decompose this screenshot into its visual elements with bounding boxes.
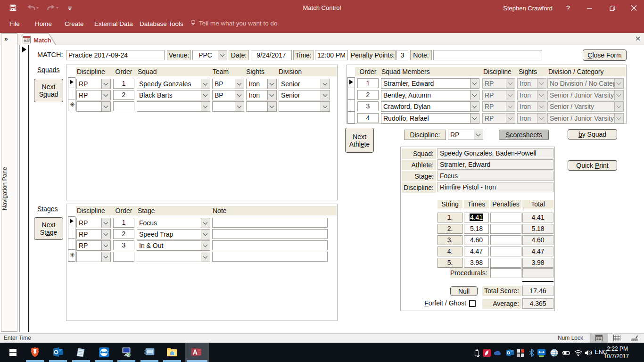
member-division-combo[interactable]: Senior / Junior Varsity bbox=[547, 90, 624, 100]
squad-division-combo-dropdown-icon[interactable] bbox=[321, 102, 330, 111]
string-penalty-input[interactable] bbox=[490, 235, 521, 245]
member-division-combo-dropdown-icon[interactable] bbox=[614, 114, 623, 123]
member-sights-combo[interactable]: Iron bbox=[517, 113, 546, 123]
squad-name-combo-dropdown-icon[interactable] bbox=[201, 90, 210, 100]
forfeit-ghost-checkbox[interactable] bbox=[469, 300, 476, 307]
member-name-combo-dropdown-icon[interactable] bbox=[470, 79, 479, 88]
close-window-button[interactable] bbox=[628, 4, 640, 12]
record-selector-cell[interactable] bbox=[68, 99, 75, 99]
quick-print-button[interactable]: Quick Print bbox=[568, 160, 617, 171]
squad-order-input[interactable] bbox=[113, 101, 134, 111]
string-penalty-input[interactable] bbox=[490, 213, 521, 222]
close-document-icon[interactable]: ✕ bbox=[634, 35, 642, 42]
member-sights-combo-dropdown-icon[interactable] bbox=[537, 79, 546, 88]
next-stage-button[interactable]: NextStage bbox=[34, 217, 63, 240]
teamviewer-tray-icon[interactable] bbox=[537, 349, 545, 357]
squad-team-combo[interactable] bbox=[212, 101, 244, 112]
member-division-combo[interactable]: Senior / Junior Varsity bbox=[547, 113, 624, 123]
snip-tray-icon[interactable] bbox=[516, 349, 524, 357]
ribbon-tab-file[interactable]: File bbox=[9, 20, 20, 27]
squad-team-combo[interactable]: BP bbox=[212, 90, 244, 100]
member-division-combo-dropdown-icon[interactable] bbox=[614, 90, 623, 100]
string-penalty-input[interactable] bbox=[490, 247, 521, 256]
member-sights-combo[interactable]: Iron bbox=[517, 101, 546, 112]
squad-name-combo-dropdown-icon[interactable] bbox=[201, 102, 210, 111]
stage-note-input[interactable] bbox=[212, 229, 328, 239]
squad-discipline-combo[interactable]: RP bbox=[76, 90, 111, 100]
stage-name-combo[interactable]: Focus bbox=[137, 218, 210, 228]
stage-discipline-combo-dropdown-icon[interactable] bbox=[101, 230, 110, 239]
stage-name-combo[interactable]: In & Out bbox=[137, 240, 210, 251]
squad-sights-combo-dropdown-icon[interactable] bbox=[267, 79, 276, 89]
squad-name-combo[interactable]: Speedy Gonzales bbox=[137, 79, 210, 89]
stage-name-combo-dropdown-icon[interactable] bbox=[201, 252, 210, 262]
stage-discipline-combo-dropdown-icon[interactable] bbox=[101, 241, 110, 250]
member-division-combo[interactable]: Senior / Varsity bbox=[547, 101, 624, 112]
string-time-input[interactable]: 5.18 bbox=[464, 224, 489, 234]
ribbon-tab-database-tools[interactable]: Database Tools bbox=[140, 20, 183, 27]
outlook-tray-icon[interactable] bbox=[506, 349, 514, 357]
next-athlete-button[interactable]: NextAthlete bbox=[345, 128, 374, 153]
stage-discipline-combo-dropdown-icon[interactable] bbox=[101, 252, 110, 262]
notepad-taskbar-icon[interactable] bbox=[76, 347, 86, 357]
member-discipline-combo-dropdown-icon[interactable] bbox=[506, 102, 515, 111]
access-taskbar-icon[interactable] bbox=[191, 347, 201, 357]
venue-combo[interactable]: PPC bbox=[192, 50, 227, 60]
squad-discipline-combo-dropdown-icon[interactable] bbox=[101, 102, 110, 111]
help-icon[interactable]: ? bbox=[565, 4, 571, 12]
record-selector-cell[interactable] bbox=[348, 99, 355, 100]
member-discipline-combo[interactable]: RP bbox=[482, 90, 515, 100]
ribbon-tab-external-data[interactable]: External Data bbox=[94, 20, 133, 27]
stage-order-input[interactable]: 2 bbox=[113, 229, 134, 239]
member-name-combo[interactable]: Bentley, Autumn bbox=[381, 90, 479, 100]
squad-team-combo[interactable]: BP bbox=[212, 79, 244, 89]
member-discipline-combo-dropdown-icon[interactable] bbox=[506, 114, 515, 123]
squad-division-combo[interactable]: Senior bbox=[279, 79, 330, 89]
stage-discipline-combo-dropdown-icon[interactable] bbox=[101, 218, 110, 228]
stage-note-input[interactable] bbox=[212, 252, 328, 262]
close-form-button[interactable]: Close Form bbox=[583, 49, 627, 61]
member-discipline-combo[interactable]: RP bbox=[482, 113, 515, 123]
ribbon-tab-create[interactable]: Create bbox=[65, 20, 84, 27]
member-discipline-combo-dropdown-icon[interactable] bbox=[506, 90, 515, 100]
squad-name-combo[interactable]: Black Barts bbox=[137, 90, 210, 100]
member-name-combo-dropdown-icon[interactable] bbox=[470, 102, 479, 111]
member-division-combo-dropdown-icon[interactable] bbox=[614, 79, 623, 88]
squad-discipline-combo-dropdown-icon[interactable] bbox=[101, 90, 110, 100]
member-sights-combo-dropdown-icon[interactable] bbox=[537, 90, 546, 100]
stage-order-input[interactable]: 3 bbox=[113, 240, 134, 250]
member-order-input[interactable]: 1 bbox=[357, 78, 379, 88]
volume-tray-icon[interactable] bbox=[585, 349, 593, 357]
member-sights-combo-dropdown-icon[interactable] bbox=[537, 114, 546, 123]
document-tab-label[interactable]: Match bbox=[33, 37, 51, 44]
member-discipline-combo[interactable]: RP bbox=[482, 101, 515, 112]
record-selector-cell[interactable] bbox=[68, 249, 75, 250]
squad-discipline-combo[interactable] bbox=[76, 101, 111, 112]
time-input[interactable]: 12:00 PM bbox=[315, 50, 348, 60]
squad-division-combo[interactable]: Senior bbox=[279, 90, 330, 100]
procedurals-penalty-input[interactable] bbox=[490, 268, 521, 278]
squad-name-combo-dropdown-icon[interactable] bbox=[201, 79, 210, 89]
member-order-input[interactable]: 3 bbox=[357, 101, 379, 111]
stage-discipline-combo[interactable]: RP bbox=[76, 229, 111, 239]
squad-order-input[interactable]: 2 bbox=[113, 90, 134, 100]
record-selector-cell[interactable] bbox=[68, 227, 75, 227]
stage-discipline-combo[interactable]: RP bbox=[76, 240, 111, 251]
squad-team-combo-dropdown-icon[interactable] bbox=[235, 79, 244, 89]
remote-pc-taskbar-icon[interactable] bbox=[121, 347, 132, 357]
member-discipline-combo[interactable]: RP bbox=[482, 78, 515, 89]
file-explorer-taskbar-icon[interactable] bbox=[167, 347, 177, 357]
clock-time[interactable]: 2:22 PM bbox=[600, 346, 628, 352]
teamviewer-taskbar-icon[interactable] bbox=[99, 347, 109, 357]
null-button[interactable]: Null bbox=[450, 286, 478, 296]
antivirus-tray-icon[interactable] bbox=[483, 349, 491, 357]
member-division-combo-dropdown-icon[interactable] bbox=[614, 102, 623, 111]
restore-button[interactable] bbox=[606, 4, 618, 12]
stage-name-combo-dropdown-icon[interactable] bbox=[201, 218, 210, 228]
squad-team-combo-dropdown-icon[interactable] bbox=[235, 102, 244, 111]
note-input[interactable] bbox=[433, 50, 542, 60]
squad-sights-combo[interactable]: Iron bbox=[246, 90, 277, 100]
stage-name-combo[interactable]: Speed Trap bbox=[137, 229, 210, 239]
string-time-input[interactable]: 4.41 bbox=[464, 213, 489, 222]
record-selector-cell[interactable] bbox=[68, 238, 75, 239]
